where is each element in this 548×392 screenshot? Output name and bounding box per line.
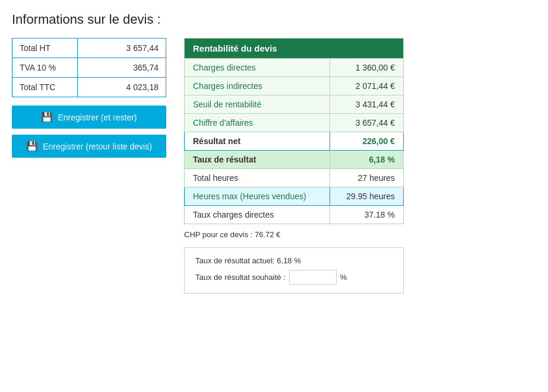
taux-souhaite-input[interactable]	[289, 270, 337, 285]
taux-souhaite-label: Taux de résultat souhaité :	[195, 273, 286, 282]
rentabilite-header-row: Rentabilité du devis	[185, 39, 404, 59]
rent-value: 3 657,44 €	[330, 114, 404, 132]
info-value: 365,74	[78, 58, 166, 78]
save-and-return-label: Enregistrer (retour liste devis)	[43, 142, 152, 151]
info-label: TVA 10 %	[12, 58, 78, 78]
rent-value: 29.95 heures	[330, 187, 404, 206]
info-table: Total HT3 657,44TVA 10 %365,74Total TTC4…	[12, 38, 166, 97]
rent-label: Total heures	[185, 169, 330, 187]
rentabilite-header: Rentabilité du devis	[185, 39, 404, 59]
rent-table-row: Résultat net226,00 €	[185, 132, 404, 151]
rent-value: 6,18 %	[330, 151, 404, 169]
main-layout: Total HT3 657,44TVA 10 %365,74Total TTC4…	[12, 38, 536, 294]
rent-table-row: Charges directes1 360,00 €	[185, 59, 404, 77]
save-and-return-button[interactable]: 💾 Enregistrer (retour liste devis)	[12, 135, 166, 158]
rent-value: 27 heures	[330, 169, 404, 187]
rentabilite-table: Rentabilité du devis Charges directes1 3…	[184, 38, 404, 224]
taux-souhaite-line: Taux de résultat souhaité : %	[195, 270, 392, 285]
taux-actuel-line: Taux de résultat actuel: 6,18 %	[195, 256, 392, 265]
info-table-row: Total HT3 657,44	[12, 39, 166, 58]
save-and-stay-button[interactable]: 💾 Enregistrer (et rester)	[12, 106, 166, 129]
rent-label: Résultat net	[185, 132, 330, 151]
rent-value: 1 360,00 €	[330, 59, 404, 77]
info-table-row: Total TTC4 023,18	[12, 78, 166, 97]
left-section: Total HT3 657,44TVA 10 %365,74Total TTC4…	[12, 38, 166, 164]
chp-text: CHP pour ce devis : 76.72 €	[184, 230, 404, 239]
rent-label: Charges directes	[185, 59, 330, 77]
rent-label: Seuil de rentabilité	[185, 95, 330, 114]
rent-table-row: Chiffre d'affaires3 657,44 €	[185, 114, 404, 132]
info-value: 3 657,44	[78, 39, 166, 58]
rent-value: 3 431,44 €	[330, 95, 404, 114]
rent-label: Chiffre d'affaires	[185, 114, 330, 132]
rent-value: 2 071,44 €	[330, 77, 404, 95]
page-title: Informations sur le devis :	[12, 12, 536, 27]
info-table-row: TVA 10 %365,74	[12, 58, 166, 78]
floppy-icon-2: 💾	[26, 141, 38, 152]
rent-value: 37.18 %	[330, 206, 404, 224]
info-label: Total TTC	[12, 78, 78, 97]
taux-box: Taux de résultat actuel: 6,18 % Taux de …	[184, 247, 404, 294]
rent-table-row: Total heures27 heures	[185, 169, 404, 187]
rent-label: Taux charges directes	[185, 206, 330, 224]
rent-label: Taux de résultat	[185, 151, 330, 169]
rent-table-row: Taux de résultat6,18 %	[185, 151, 404, 169]
rent-table-row: Seuil de rentabilité3 431,44 €	[185, 95, 404, 114]
floppy-icon-1: 💾	[41, 111, 53, 123]
rent-table-row: Taux charges directes37.18 %	[185, 206, 404, 224]
percent-unit: %	[340, 273, 347, 282]
save-and-stay-label: Enregistrer (et rester)	[58, 113, 137, 122]
info-value: 4 023,18	[78, 78, 166, 97]
rent-value: 226,00 €	[330, 132, 404, 151]
rent-table-row: Charges indirectes2 071,44 €	[185, 77, 404, 95]
info-label: Total HT	[12, 39, 78, 58]
rent-label: Charges indirectes	[185, 77, 330, 95]
right-section: Rentabilité du devis Charges directes1 3…	[184, 38, 404, 294]
rent-table-row: Heures max (Heures vendues)29.95 heures	[185, 187, 404, 206]
rent-label: Heures max (Heures vendues)	[185, 187, 330, 206]
